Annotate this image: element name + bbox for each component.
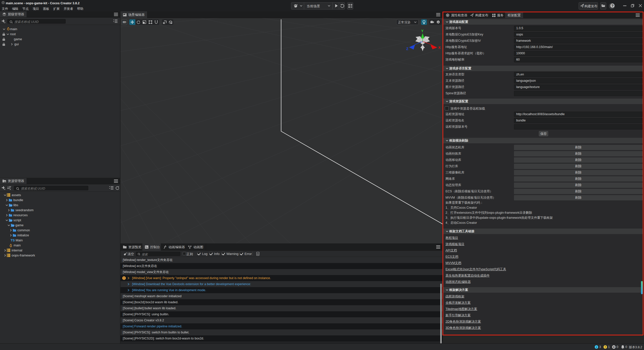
svg-text:X: X bbox=[438, 46, 441, 50]
svg-text:Y: Y bbox=[421, 29, 424, 33]
svg-text:Z: Z bbox=[406, 47, 409, 51]
